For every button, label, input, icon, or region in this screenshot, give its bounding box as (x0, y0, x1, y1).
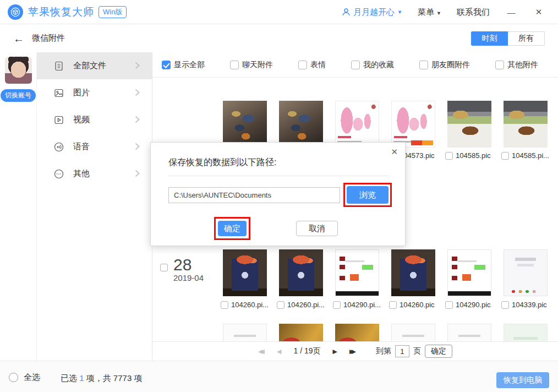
thumbnail[interactable] (335, 249, 379, 296)
thumbnail[interactable] (223, 324, 267, 341)
sidebar-item-label: 图片 (73, 88, 90, 98)
thumbnail[interactable] (504, 101, 548, 148)
toggle-all[interactable]: 所有 (508, 31, 545, 46)
checkbox-icon[interactable] (221, 301, 228, 309)
file-item[interactable]: 104585.pic (445, 151, 498, 160)
filter-moments-attachments[interactable]: 朋友圈附件 (419, 60, 470, 70)
filter-other-attachments[interactable]: 其他附件 (495, 60, 538, 70)
user-icon (342, 8, 351, 17)
goto-confirm-button[interactable]: 确定 (425, 345, 452, 358)
sidebar-item-videos[interactable]: 视频 (37, 106, 152, 133)
total-count: 7773 (113, 373, 132, 383)
checkbox-icon[interactable] (501, 301, 509, 309)
app-logo-icon (8, 4, 23, 20)
date-checkbox-icon[interactable] (160, 264, 168, 271)
checkbox-checked-icon[interactable] (162, 61, 171, 69)
file-item[interactable]: 104260.pi... (277, 301, 330, 309)
file-name: 104339.pic (512, 301, 547, 309)
first-page-icon[interactable]: ◀◀ (258, 349, 265, 355)
filter-label: 我的收藏 (363, 60, 394, 70)
save-path-input[interactable] (168, 187, 340, 203)
checkbox-icon[interactable] (298, 61, 307, 69)
checkbox-icon[interactable] (445, 152, 453, 160)
thumbnail[interactable] (279, 249, 323, 296)
checkbox-icon[interactable] (277, 301, 285, 309)
dialog-title: 保存恢复的数据到以下路径: (168, 157, 276, 168)
save-path-dialog: ✕ 保存恢复的数据到以下路径: 浏览 确定 取消 (150, 142, 406, 246)
prev-page-icon[interactable]: ◀ (277, 349, 281, 355)
thumbnail[interactable] (279, 324, 323, 341)
selected-count: 1 (79, 373, 84, 383)
filter-chat-attachments[interactable]: 聊天附件 (230, 60, 273, 70)
cancel-button[interactable]: 取消 (296, 221, 338, 236)
checkbox-icon[interactable] (495, 61, 504, 69)
filter-stickers[interactable]: 表情 (298, 60, 326, 70)
checkbox-icon[interactable] (419, 61, 428, 69)
thumbnail[interactable] (223, 249, 267, 296)
titlebar: 苹果恢复大师 Win版 月月越开心 ▼ 菜单 ▼ 联系我们 — ✕ (0, 0, 558, 24)
user-account-menu[interactable]: 月月越开心 ▼ (342, 7, 402, 18)
date-month: 2019-04 (173, 274, 204, 282)
file-item[interactable]: 104339.pic (501, 301, 554, 309)
file-name: 104585.pic (456, 151, 491, 160)
ok-button[interactable]: 确定 (218, 221, 247, 236)
thumbnail[interactable] (223, 101, 267, 148)
menu-label: 菜单 (418, 7, 434, 17)
sidebar-item-voice[interactable]: 语音 (37, 133, 152, 160)
minimize-button[interactable]: — (505, 8, 517, 17)
thumbnail[interactable] (447, 249, 491, 296)
thumbnail[interactable] (504, 324, 548, 341)
checkbox-icon[interactable] (445, 301, 453, 309)
app-title: 苹果恢复大师 (28, 5, 94, 19)
recover-to-pc-button[interactable]: 恢复到电脑 (496, 372, 549, 388)
back-button[interactable]: ← (13, 33, 24, 44)
document-icon (53, 61, 64, 72)
next-page-icon[interactable]: ▶ (333, 349, 337, 355)
file-item[interactable]: 104260.pic (389, 301, 442, 309)
switch-account-button[interactable]: 切换账号 (1, 89, 36, 102)
selected-suffix: 项 (134, 373, 142, 383)
select-all-control[interactable]: 全选 (9, 372, 40, 383)
sidebar-item-images[interactable]: 图片 (37, 79, 152, 106)
checkbox-icon[interactable] (389, 301, 397, 309)
last-page-icon[interactable]: ▶▶ (349, 349, 356, 355)
thumbnail[interactable] (447, 324, 491, 341)
contact-us-link[interactable]: 联系我们 (457, 7, 490, 18)
close-button[interactable]: ✕ (533, 7, 545, 17)
filter-show-all[interactable]: 显示全部 (162, 60, 205, 70)
toggle-moments[interactable]: 时刻 (471, 31, 508, 46)
file-item[interactable]: 104260.pi... (221, 301, 273, 309)
voice-icon (53, 141, 64, 153)
thumbnail[interactable] (335, 324, 379, 341)
thumbnail[interactable] (335, 101, 379, 148)
sidebar-item-all-files[interactable]: 全部文件 (37, 52, 152, 79)
checkbox-icon[interactable] (230, 61, 239, 69)
file-item[interactable]: 104290.pic (445, 301, 498, 309)
file-name: 104260.pic (400, 301, 435, 309)
checkbox-icon[interactable] (501, 152, 509, 160)
pagination-bar: ◀◀ ◀ 1 / 19页 ▶ ▶▶ 到第 页 确定 (152, 341, 558, 361)
dialog-close-icon[interactable]: ✕ (391, 147, 398, 157)
more-icon (53, 168, 64, 179)
checkbox-icon[interactable] (351, 61, 360, 69)
thumbnail[interactable] (279, 101, 323, 148)
thumbnail[interactable] (391, 249, 435, 296)
filter-favorites[interactable]: 我的收藏 (351, 60, 394, 70)
goto-page-input[interactable] (395, 345, 409, 357)
file-item[interactable]: 104290.pi... (333, 301, 386, 309)
sidebar-item-other[interactable]: 其他 (37, 160, 152, 187)
page-info: 1 / 19页 (293, 346, 320, 356)
file-name: 104290.pic (456, 301, 491, 309)
thumbnail[interactable] (391, 101, 435, 148)
thumbnail[interactable] (504, 249, 548, 296)
file-item[interactable]: 104585.pi... (501, 151, 554, 160)
checkbox-icon[interactable] (333, 301, 341, 309)
thumbnail[interactable] (391, 324, 435, 341)
browse-button[interactable]: 浏览 (347, 186, 389, 204)
selection-stats: 已选 1 项，共 7773 项 (61, 373, 142, 384)
selected-prefix: 已选 (61, 373, 77, 383)
select-all-radio-icon[interactable] (9, 373, 18, 382)
thumbnail[interactable] (447, 101, 491, 148)
menu-dropdown[interactable]: 菜单 ▼ (418, 7, 441, 18)
date-group: 28 2019-04 (160, 256, 204, 282)
